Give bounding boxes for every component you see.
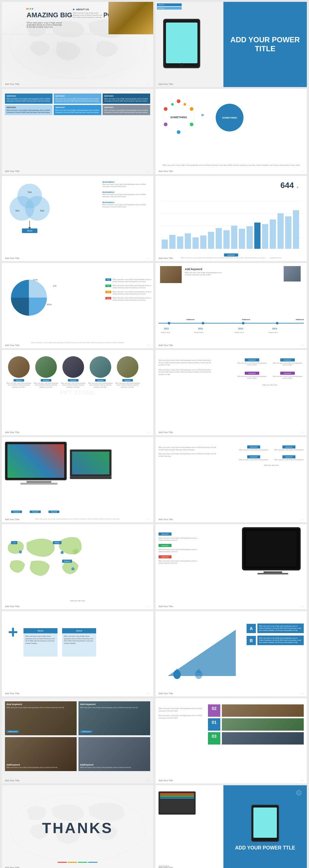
pie-percent-4: 30%: [14, 303, 19, 306]
slide-something: SOMETHING » SOMETHING When next year's c…: [156, 89, 307, 174]
slide-footer-num: ○ ○: [301, 344, 304, 346]
slide-footer-num: ○ ○: [301, 692, 304, 694]
year-4: 2014: [272, 328, 277, 330]
slide-numbered-grid: 02 01 03 When next year's crop of high s…: [156, 698, 307, 783]
monitor-kw-btn-1[interactable]: Keyword: [11, 510, 22, 513]
slide-footer-label: Add Your Title: [5, 431, 20, 433]
slide-pie-chart: 10% 1% 33% 30% Text When next year's cro…: [2, 263, 153, 348]
card4-desc: When next year's crop of high school gra…: [80, 767, 149, 769]
kw-right-btn-1[interactable]: keyword: [247, 445, 260, 448]
something-circle: SOMETHING: [216, 104, 244, 131]
monitor-kw-btn-3[interactable]: Keyword: [49, 510, 59, 513]
svg-rect-28: [193, 237, 199, 249]
tablet-screen: [166, 23, 197, 63]
project-2: Project name: [194, 332, 203, 333]
slide-footer-num: ○ ○: [301, 605, 304, 608]
services-grid: SERVICES When next year's crop of high s…: [5, 94, 150, 115]
svg-point-7: [164, 107, 167, 111]
power-title-text: ADD YOUR POWER TITLE: [223, 31, 307, 58]
b-label: B: [247, 636, 256, 645]
kw-btn-4[interactable]: keyword: [280, 372, 294, 375]
monitor-keywords: Keyword Keyword Keyword: [11, 510, 59, 513]
word-body-2: When next year's crop of high school gra…: [62, 633, 96, 656]
pie-chart-svg: [6, 275, 51, 320]
service-box-4: SERVICES When next year's crop of high s…: [5, 105, 53, 115]
slide-title: AMAZING BIG DATA REPORT When next year's…: [2, 2, 153, 87]
dots-circle: SOMETHING: [157, 95, 200, 138]
pie-text-items: Text When next year's crop of high schoo…: [105, 278, 152, 303]
addword-3: Addword: [296, 318, 304, 320]
final-gear-icon: ⚙: [296, 788, 302, 797]
bottom-text: When next year's crop of high school gra…: [159, 164, 304, 166]
slide-footer-num: ○ ○: [301, 83, 304, 85]
slide-footer-label: Add Your Title: [159, 344, 173, 346]
kw-right-btn-2[interactable]: keyword: [282, 445, 296, 448]
slide-triangle-ab: A When next year's crop of high school g…: [156, 611, 307, 696]
kw-desc-1: When next year's high school graduates a…: [6, 382, 31, 388]
monitor-desc-1: When next year's crop of high school gra…: [159, 537, 202, 541]
card2-btn[interactable]: AddKeyword: [80, 730, 92, 733]
dark-monitor-device: [242, 527, 304, 575]
monitor-kw-3: Keyword: [49, 510, 59, 513]
kw-right-btn-3[interactable]: keyword: [247, 455, 260, 458]
ab-section: A When next year's crop of high school g…: [247, 623, 304, 645]
kw-right-btn-4[interactable]: keyword: [282, 455, 296, 458]
addword-1: Addword: [186, 318, 194, 320]
kw-card-3: AddKeyword When next year's crop of high…: [5, 737, 77, 771]
slide-footer-num: ○ ○: [147, 170, 150, 172]
worldmap-add-title: Add your title here: [70, 600, 85, 601]
card1-desc: When next year's crop of high school gra…: [6, 707, 75, 709]
monitor-main: [5, 442, 73, 488]
card3-desc: When next year's crop of high school gra…: [6, 767, 75, 769]
kw-desc-3: When next year's high school graduates a…: [61, 382, 86, 388]
kw-btn-1[interactable]: keyword: [245, 359, 259, 362]
svg-rect-31: [216, 228, 222, 249]
num-02: 02: [208, 704, 220, 717]
word-box-1: Word When next year's crop of high schoo…: [24, 628, 57, 656]
slide-footer-num: ○ ○: [147, 83, 150, 85]
kw-box-4: keyword When next year's crop of high sc…: [271, 370, 304, 380]
kw-right-grid: keyword When next year's crop of high sc…: [237, 443, 305, 466]
service-mini-boxes: SERVICES SERVICES: [157, 3, 182, 10]
kw-right-text-1: When next year's crop of high school gra…: [237, 449, 270, 451]
kw-btn-2[interactable]: keyword: [280, 359, 294, 362]
monitor-kw-top[interactable]: keyword: [159, 532, 171, 535]
dark-screen: [242, 527, 301, 570]
final-tablet-screen: [253, 807, 277, 838]
project-1: Project name: [161, 332, 170, 333]
tl-dot-2: [202, 322, 204, 324]
a-label: A: [247, 624, 256, 633]
slide-kw-cards: Add keyword When next year's crop of hig…: [2, 698, 153, 783]
monitor-kw-mid[interactable]: keyword: [159, 544, 171, 547]
slide-worldmap-green: L A Notes Sydney Add your title here Add…: [2, 524, 153, 609]
word-box-2: Word When next year's crop of high schoo…: [62, 628, 96, 656]
color-lines: [58, 862, 97, 863]
final-power-title: ADD YOUR POWER TTLE: [235, 845, 295, 851]
card4-title: AddKeyword: [80, 764, 149, 766]
pie-footer-text: When next year's crop of high school gra…: [5, 342, 150, 344]
pie-percent-2: 1%: [53, 285, 57, 287]
block-02: 02: [208, 704, 304, 717]
timeline-photo-2: [284, 266, 301, 281]
dark-monitor-stand: [257, 573, 288, 575]
kw-btn-3[interactable]: keyword: [245, 372, 259, 375]
monitor-kw-btn-2[interactable]: Keyword: [30, 510, 40, 513]
svg-point-13: [25, 196, 50, 221]
svg-point-3: [190, 107, 193, 111]
add-title-text: Add your title here: [236, 384, 304, 386]
final-tablet: [251, 805, 279, 842]
monitor-kw-bot[interactable]: keyword: [159, 555, 171, 558]
svg-text:Word: Word: [27, 230, 32, 232]
svg-rect-39: [278, 213, 284, 249]
word-body-1: When next year's crop of high school gra…: [24, 633, 57, 656]
svg-text:Text: Text: [16, 210, 20, 212]
b-box: When next year's crop of high school gra…: [257, 636, 304, 645]
card1-btn[interactable]: AddKeyword: [6, 730, 19, 733]
gear-icon: ⚙: [225, 3, 234, 16]
service-box-2: SERVICES When next year's crop of high s…: [54, 94, 101, 104]
svg-rect-30: [208, 232, 214, 249]
loc-label-3: Sydney: [62, 560, 72, 563]
numbered-left-text: When next year's crop of high school gra…: [159, 708, 205, 719]
kw-box-3: keyword When next year's crop of high sc…: [236, 370, 268, 380]
keyword-button[interactable]: keyword: [224, 253, 238, 256]
